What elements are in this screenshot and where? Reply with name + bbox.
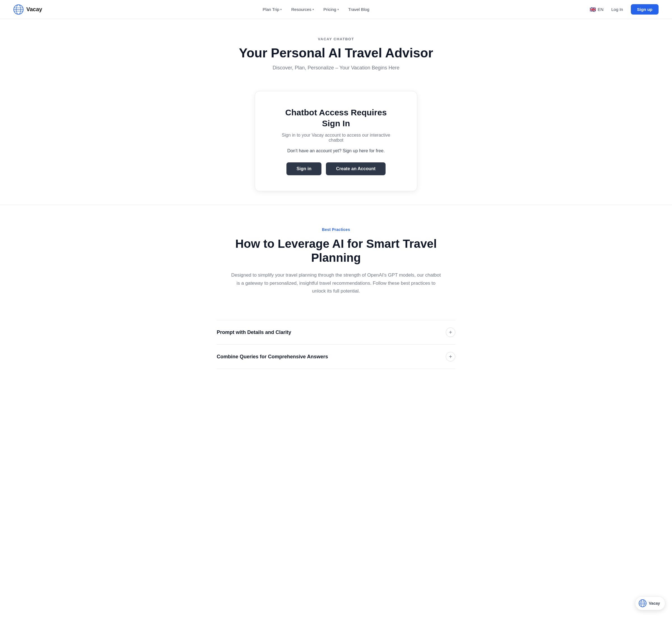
create-account-button[interactable]: Create an Account — [326, 162, 385, 175]
hero-section: VACAY CHATBOT Your Personal AI Travel Ad… — [0, 19, 672, 82]
brand-name: Vacay — [26, 6, 42, 13]
navbar: Vacay Plan Trip ▾ Resources ▾ Pricing ▾ … — [0, 0, 672, 19]
widget-label: Vacay — [649, 601, 660, 606]
chatbot-card-wrapper: Chatbot Access Requires Sign In Sign in … — [0, 82, 672, 205]
nav-links: Plan Trip ▾ Resources ▾ Pricing ▾ Travel… — [259, 5, 373, 14]
card-title: Chatbot Access Requires Sign In — [278, 107, 394, 129]
logo-icon — [13, 4, 23, 15]
accordion-item-1[interactable]: Prompt with Details and Clarity + — [217, 320, 455, 345]
chevron-down-icon: ▾ — [337, 8, 339, 11]
accordion-expand-icon-2[interactable]: + — [446, 352, 455, 361]
chevron-down-icon: ▾ — [280, 8, 282, 11]
card-subtitle: Sign in to your Vacay account to access … — [278, 133, 394, 143]
card-signup-prompt: Don't have an account yet? Sign up here … — [278, 148, 394, 153]
flag-icon: 🇬🇧 — [590, 6, 596, 13]
login-button[interactable]: Log In — [607, 5, 627, 14]
chatbot-access-card: Chatbot Access Requires Sign In Sign in … — [255, 91, 417, 191]
accordion-item-2[interactable]: Combine Queries for Comprehensive Answer… — [217, 345, 455, 369]
signup-button[interactable]: Sign up — [631, 4, 659, 15]
best-practices-section: Best Practices How to Leverage AI for Sm… — [224, 205, 448, 306]
logo-area: Vacay — [13, 4, 42, 15]
hero-subtitle: Discover, Plan, Personalize – Your Vacat… — [7, 65, 665, 71]
widget-globe-icon — [639, 599, 647, 607]
nav-plan-trip[interactable]: Plan Trip ▾ — [259, 5, 286, 14]
section-badge: Best Practices — [231, 227, 441, 232]
accordion: Prompt with Details and Clarity + Combin… — [210, 320, 462, 369]
signin-button[interactable]: Sign in — [287, 162, 321, 175]
nav-travel-blog[interactable]: Travel Blog — [344, 5, 373, 14]
floating-chat-widget[interactable]: Vacay — [635, 596, 665, 610]
language-selector[interactable]: 🇬🇧 EN — [590, 6, 604, 13]
section-description: Designed to simplify your travel plannin… — [231, 271, 441, 295]
nav-resources[interactable]: Resources ▾ — [287, 5, 318, 14]
accordion-label-1: Prompt with Details and Clarity — [217, 330, 291, 335]
nav-pricing[interactable]: Pricing ▾ — [320, 5, 343, 14]
section-title: How to Leverage AI for Smart Travel Plan… — [231, 237, 441, 265]
hero-title: Your Personal AI Travel Advisor — [7, 46, 665, 60]
chevron-down-icon: ▾ — [313, 8, 314, 11]
card-actions: Sign in Create an Account — [278, 162, 394, 175]
nav-actions: 🇬🇧 EN Log In Sign up — [590, 4, 659, 15]
accordion-label-2: Combine Queries for Comprehensive Answer… — [217, 354, 328, 360]
accordion-expand-icon-1[interactable]: + — [446, 328, 455, 337]
hero-label: VACAY CHATBOT — [7, 37, 665, 41]
